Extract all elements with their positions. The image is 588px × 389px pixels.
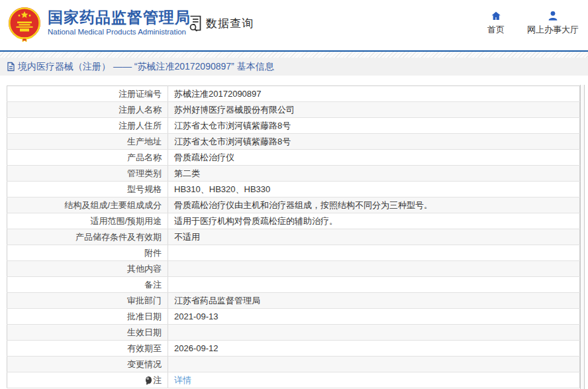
row-label: 生产地址: [7, 134, 168, 150]
row-label: 产品名称: [7, 150, 168, 166]
table-row: 管理类别第二类: [7, 166, 580, 182]
row-value: 江苏省太仓市浏河镇紫藤路8号: [168, 118, 580, 134]
row-value: 2026-09-12: [168, 341, 580, 357]
row-label: 其他内容: [7, 261, 168, 277]
row-label: 注册证编号: [7, 86, 168, 102]
hatch-texture-strip: [0, 52, 588, 58]
data-query-label: 数据查询: [206, 16, 254, 31]
row-value: [168, 277, 580, 293]
header-nav: 首页 网上办事大厅: [487, 10, 579, 36]
row-label: 注: [7, 372, 168, 388]
nav-online-hall[interactable]: 网上办事大厅: [527, 10, 579, 36]
row-value: 江苏省药品监督管理局: [168, 293, 580, 309]
info-table-body: 注册证编号苏械注准20172090897注册人名称苏州好博医疗器械股份有限公司注…: [7, 86, 580, 388]
site-header: 国家药品监督管理局 National Medical Products Admi…: [0, 0, 588, 50]
nav-home-label: 首页: [487, 24, 505, 36]
table-row: 产品储存条件及有效期不适用: [7, 229, 580, 245]
row-value: 江苏省太仓市浏河镇紫藤路8号: [168, 134, 580, 150]
vertical-scrollbar[interactable]: [580, 85, 585, 389]
breadcrumb: 境内医疗器械（注册） —— “苏械注准20172090897” 基本信息: [0, 58, 588, 76]
row-value: [168, 245, 580, 261]
row-label: 备注: [7, 277, 168, 293]
table-row: 结构及组成/主要组成成分骨质疏松治疗仪由主机和治疗器组成，按照结构不同分为三种型…: [7, 197, 580, 213]
breadcrumb-text: 境内医疗器械（注册） —— “苏械注准20172090897” 基本信息: [18, 61, 274, 73]
table-row: 审批部门江苏省药品监督管理局: [7, 293, 580, 309]
row-label: 审批部门: [7, 293, 168, 309]
table-row: 注详情: [7, 372, 580, 388]
table-row: 生产地址江苏省太仓市浏河镇紫藤路8号: [7, 134, 580, 150]
row-label: 变更情况: [7, 357, 168, 372]
row-value: 详情: [168, 372, 580, 388]
row-value: 不适用: [168, 229, 580, 245]
row-label: 批准日期: [7, 309, 168, 325]
row-value: 苏械注准20172090897: [168, 86, 580, 102]
row-label: 附件: [7, 245, 168, 261]
table-row: 适用范围/预期用途适用于医疗机构对骨质疏松症的辅助治疗。: [7, 213, 580, 229]
home-icon: [490, 10, 502, 22]
table-row: 批准日期2021-09-13: [7, 309, 580, 325]
row-label: 注册人住所: [7, 118, 168, 134]
site-title-block: 国家药品监督管理局 National Medical Products Admi…: [48, 9, 191, 36]
user-icon: [547, 10, 559, 22]
row-value: 骨质疏松治疗仪: [168, 150, 580, 166]
row-label: 有效期至: [7, 341, 168, 357]
row-value: 苏州好博医疗器械股份有限公司: [168, 102, 580, 118]
balloon-note-icon: [146, 376, 152, 384]
nav-home[interactable]: 首页: [487, 10, 505, 36]
site-title: 国家药品监督管理局: [48, 9, 191, 26]
row-label: 注册人名称: [7, 102, 168, 118]
data-query-section[interactable]: 数据查询: [187, 15, 254, 32]
row-value: 2021-09-13: [168, 309, 580, 325]
row-value: 骨质疏松治疗仪由主机和治疗器组成，按照结构不同分为三种型号。: [168, 197, 580, 213]
document-icon: [7, 62, 15, 72]
table-row: 注册人住所江苏省太仓市浏河镇紫藤路8号: [7, 118, 580, 134]
row-label: 适用范围/预期用途: [7, 213, 168, 229]
row-value: 第二类: [168, 166, 580, 182]
table-row: 生效日期: [7, 325, 580, 341]
row-label: 生效日期: [7, 325, 168, 341]
table-row: 产品名称骨质疏松治疗仪: [7, 150, 580, 166]
table-row: 有效期至2026-09-12: [7, 341, 580, 357]
detail-link[interactable]: 详情: [174, 375, 191, 385]
table-row: 其他内容: [7, 261, 580, 277]
row-value: 适用于医疗机构对骨质疏松症的辅助治疗。: [168, 213, 580, 229]
row-value: [168, 357, 580, 372]
row-label: 型号规格: [7, 182, 168, 197]
row-value: [168, 325, 580, 341]
national-emblem-logo: [7, 6, 42, 43]
row-label: 管理类别: [7, 166, 168, 182]
table-row: 备注: [7, 277, 580, 293]
row-value: HB310、HB320、HB330: [168, 182, 580, 197]
table-row: 注册人名称苏州好博医疗器械股份有限公司: [7, 102, 580, 118]
row-label: 产品储存条件及有效期: [7, 229, 168, 245]
table-row: 附件: [7, 245, 580, 261]
table-row: 型号规格HB310、HB320、HB330: [7, 182, 580, 197]
row-label: 结构及组成/主要组成成分: [7, 197, 168, 213]
row-value: [168, 261, 580, 277]
doc-search-icon: [187, 15, 203, 32]
table-row: 变更情况: [7, 357, 580, 372]
site-subtitle: National Medical Products Administration: [48, 28, 191, 36]
registration-info-table: 注册证编号苏械注准20172090897注册人名称苏州好博医疗器械股份有限公司注…: [7, 85, 580, 388]
table-row: 注册证编号苏械注准20172090897: [7, 86, 580, 102]
nav-online-hall-label: 网上办事大厅: [527, 24, 579, 36]
registration-info-table-area: 注册证编号苏械注准20172090897注册人名称苏州好博医疗器械股份有限公司注…: [7, 85, 580, 388]
